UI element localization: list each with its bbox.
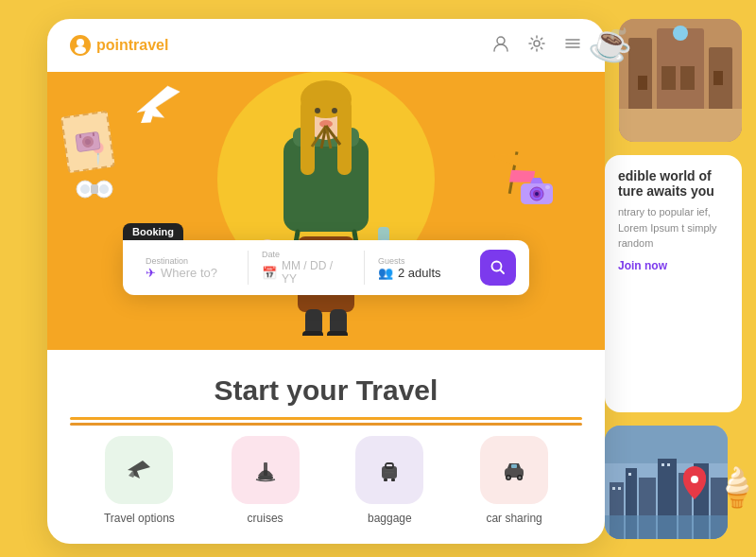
svg-rect-73: [545, 185, 550, 189]
booking-bar-container: Booking Destination ✈ Where to? Date 📅 M…: [123, 222, 529, 295]
svg-point-27: [77, 39, 84, 46]
divider-line-2: [70, 423, 582, 426]
date-placeholder: MM / DD / YY: [282, 259, 351, 286]
logo-text: pointravel: [96, 37, 168, 54]
cruises-label: cruises: [248, 512, 284, 525]
svg-rect-51: [327, 331, 348, 336]
guests-value: 👥 2 adults: [378, 266, 467, 280]
guests-icon: 👥: [378, 266, 393, 280]
svg-rect-50: [302, 331, 323, 336]
profile-icon[interactable]: [491, 34, 510, 58]
svg-point-64: [99, 184, 109, 194]
traveler-figure: [232, 61, 421, 339]
svg-rect-80: [391, 479, 395, 481]
svg-rect-8: [619, 109, 742, 142]
booking-bar: Destination ✈ Where to? Date 📅 MM / DD /…: [123, 240, 529, 295]
svg-point-28: [75, 46, 86, 54]
calendar-icon: 📅: [262, 266, 277, 280]
divider-lines: [47, 417, 605, 426]
svg-rect-81: [385, 469, 394, 471]
category-car-sharing[interactable]: car sharing: [480, 436, 548, 525]
car-sharing-label: car sharing: [486, 512, 541, 525]
svg-point-86: [507, 477, 510, 479]
airplane-decoration: [126, 77, 195, 140]
svg-point-29: [497, 37, 505, 44]
ice-cream-decoration: 🍦: [713, 465, 756, 510]
binoculars-decoration: [76, 175, 113, 208]
svg-rect-76: [258, 476, 273, 479]
categories-section: Travel options cruises: [47, 436, 605, 525]
destination-label: Destination: [146, 256, 234, 266]
travel-label: Travel options: [104, 512, 175, 525]
svg-rect-39: [337, 99, 352, 175]
settings-icon[interactable]: [527, 34, 546, 58]
svg-point-9: [673, 26, 688, 41]
category-travel[interactable]: Travel options: [104, 436, 175, 525]
side-bottom-image: [605, 426, 728, 539]
guests-count: 2 adults: [398, 266, 441, 280]
svg-rect-82: [385, 472, 394, 474]
svg-point-72: [535, 192, 539, 196]
svg-rect-4: [662, 66, 676, 90]
date-field[interactable]: Date 📅 MM / DD / YY: [252, 250, 360, 286]
date-value: 📅 MM / DD / YY: [262, 259, 351, 286]
divider-2: [364, 251, 365, 285]
svg-rect-19: [612, 487, 615, 490]
svg-rect-24: [605, 515, 728, 539]
divider-line-1: [70, 417, 582, 420]
svg-rect-5: [680, 66, 695, 90]
logo-icon: [70, 35, 91, 56]
side-card-text: ntrary to popular ief, Lorem Ipsum t sim…: [618, 204, 729, 252]
svg-point-41: [332, 108, 337, 113]
guests-field[interactable]: Guests 👥 2 adults: [369, 256, 476, 280]
header-actions: [491, 34, 582, 58]
baggage-label: baggage: [368, 512, 412, 525]
svg-rect-22: [662, 463, 664, 466]
travel-icon-wrap: [105, 436, 173, 504]
booking-label: Booking: [123, 223, 183, 240]
svg-rect-20: [618, 487, 621, 490]
car-icon-wrap: [480, 436, 548, 504]
svg-rect-79: [384, 479, 387, 481]
svg-rect-6: [638, 76, 647, 90]
svg-point-26: [691, 476, 698, 483]
hero-title-section: Start your Travel: [47, 374, 605, 407]
side-panel: edible world of ture awaits you ntrary t…: [605, 19, 742, 539]
svg-rect-21: [628, 473, 631, 476]
menu-icon[interactable]: [563, 34, 582, 58]
join-now-link[interactable]: Join now: [618, 259, 729, 272]
baggage-icon-wrap: [355, 436, 423, 504]
main-card: pointravel: [47, 19, 605, 544]
guests-label: Guests: [378, 256, 467, 266]
category-baggage[interactable]: baggage: [355, 436, 423, 525]
destination-field[interactable]: Destination ✈ Where to?: [136, 256, 244, 280]
stamp-decoration: [60, 111, 115, 173]
hero-title: Start your Travel: [47, 374, 605, 407]
svg-marker-67: [493, 150, 519, 165]
cruises-icon-wrap: [232, 436, 300, 504]
divider-1: [248, 251, 249, 285]
destination-value: ✈ Where to?: [146, 266, 234, 280]
svg-rect-75: [264, 462, 267, 476]
svg-rect-65: [91, 184, 98, 194]
svg-rect-23: [667, 463, 670, 466]
svg-rect-38: [301, 99, 315, 175]
side-top-image: [619, 19, 742, 142]
svg-rect-7: [713, 71, 723, 85]
svg-point-30: [534, 41, 540, 46]
side-card-title: edible world of ture awaits you: [618, 168, 729, 199]
camera-right-decoration: [518, 174, 556, 213]
svg-rect-31: [284, 137, 369, 232]
category-cruises[interactable]: cruises: [232, 436, 300, 525]
app-logo: pointravel: [70, 35, 168, 56]
svg-rect-88: [511, 464, 517, 468]
side-info-card: edible world of ture awaits you ntrary t…: [605, 155, 742, 412]
date-label: Date: [262, 250, 351, 259]
svg-rect-78: [386, 463, 393, 468]
svg-point-63: [80, 184, 90, 194]
svg-point-87: [519, 477, 522, 479]
destination-placeholder: Where to?: [161, 266, 217, 280]
svg-point-40: [315, 108, 320, 113]
app-header: pointravel: [47, 19, 605, 72]
search-button[interactable]: [480, 250, 516, 286]
